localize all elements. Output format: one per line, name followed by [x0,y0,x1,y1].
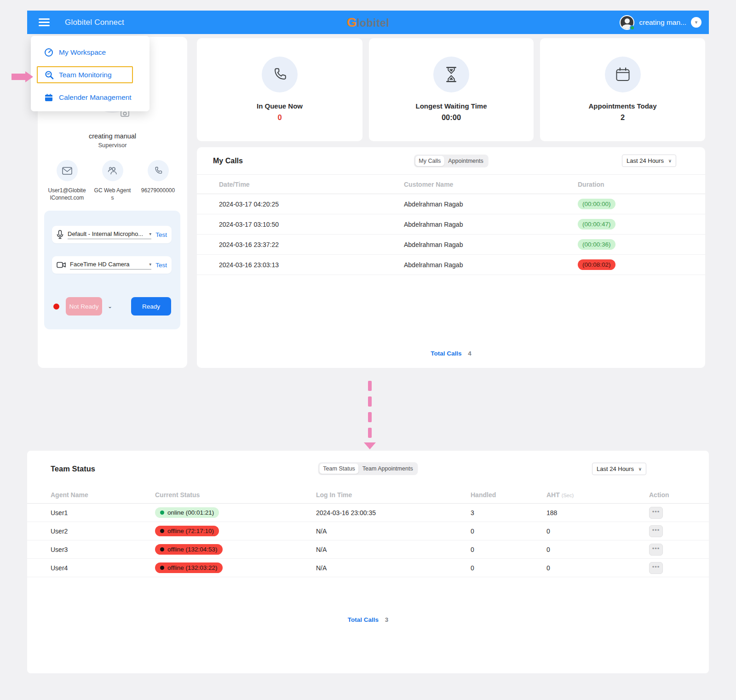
presence-dot [630,25,635,30]
tab-team-appointments[interactable]: Team Appointments [359,464,417,474]
cell-login: N/A [316,528,471,535]
queue-value: GC Web Agents [93,187,132,201]
annotation-arrow-right [12,71,33,82]
menu-item-my-workspace[interactable]: My Workspace [44,48,106,57]
cell-login: 2024-03-16 23:00:35 [316,509,471,516]
contact-email: User1@GlobitelConnect.com [48,160,86,201]
stat-card-longest-wait: Longest Waiting Time 00:00 [369,38,534,141]
microphone-test-link[interactable]: Test [155,231,167,238]
camera-test-link[interactable]: Test [155,262,167,269]
my-calls-range-select[interactable]: Last 24 Hours ∨ [622,155,676,167]
hamburger-menu-icon[interactable] [39,17,50,28]
col-current-status: Current Status [155,491,316,499]
cell-aht: 188 [546,509,649,516]
my-calls-table: 2024-03-17 04:20:25 Abdelrahman Ragab (0… [197,194,705,275]
my-calls-header: My Calls My Calls Appointments Last 24 H… [197,147,705,175]
table-row: User1 online (00:01:21) 2024-03-16 23:00… [27,504,709,522]
not-ready-button[interactable]: Not Ready [66,297,102,316]
row-actions-button[interactable]: ••• [649,544,663,556]
stat-value: 00:00 [442,113,461,122]
total-calls-value: 4 [468,350,472,357]
stat-card-appointments: Appointments Today 2 [540,38,705,141]
status-badge: online (00:01:21) [155,507,219,518]
cell-customer: Abdelrahman Ragab [404,221,578,228]
status-badge: offline (72:17:10) [155,526,219,536]
microphone-select-bar: Default - Internal Micropho... ▾ Test [52,226,172,243]
menu-item-calendar-management[interactable]: Calender Management [44,93,132,102]
user-menu: creating man... ▾ [620,11,702,34]
col-customer-name: Customer Name [404,181,578,188]
my-calls-column-headers: Date/Time Customer Name Duration [197,175,705,194]
range-value: Last 24 Hours [597,465,634,472]
calendar-icon [605,57,641,92]
readiness-controls: Not Ready ⌄ Ready [44,297,180,316]
camera-select-value: FaceTime HD Camera [70,261,130,268]
tab-my-calls[interactable]: My Calls [415,156,444,166]
tab-appointments[interactable]: Appointments [444,156,487,166]
microphone-select[interactable]: Default - Internal Micropho... ▾ [68,230,151,239]
stat-value: 2 [621,113,625,122]
cell-datetime: 2024-03-17 04:20:25 [219,201,404,208]
camera-select-bar: FaceTime HD Camera ▾ Test [52,256,172,274]
not-ready-chevron-icon[interactable]: ⌄ [108,303,112,310]
total-calls-label: Total Calls [348,616,379,623]
row-actions-button[interactable]: ••• [649,507,663,519]
menu-label: My Workspace [59,48,106,57]
monitoring-search-icon [45,70,54,80]
tab-team-status[interactable]: Team Status [319,464,358,474]
duration-badge: (00:00:00) [578,199,615,209]
avatar[interactable] [620,15,634,30]
camera-select[interactable]: FaceTime HD Camera ▾ [70,261,151,270]
team-status-range-select[interactable]: Last 24 Hours ∨ [592,463,646,475]
chevron-down-icon: ∨ [638,466,642,471]
range-value: Last 24 Hours [627,157,664,164]
duration-badge: (00:00:36) [578,239,615,250]
chevron-down-icon: ▾ [149,231,151,236]
team-status-column-headers: Agent Name Current Status Log In Time Ha… [27,487,709,504]
team-status-title: Team Status [51,465,95,473]
menu-label: Calender Management [59,93,132,102]
my-calls-title: My Calls [213,157,243,165]
total-calls-label: Total Calls [431,350,461,357]
cell-customer: Abdelrahman Ragab [404,241,578,248]
col-agent-name: Agent Name [51,491,155,499]
status-badge: offline (132:04:53) [155,544,223,555]
cell-agent: User4 [51,564,155,572]
team-status-table: User1 online (00:01:21) 2024-03-16 23:00… [27,504,709,577]
cell-handled: 0 [471,528,546,535]
cell-agent: User3 [51,546,155,553]
cell-aht: 0 [546,564,649,572]
team-status-tab-group: Team Status Team Appointments [318,462,418,475]
cell-agent: User1 [51,509,155,516]
table-row: User2 offline (72:17:10) N/A 0 0 ••• [27,522,709,540]
queue-phone-icon [262,57,298,92]
col-action: Action [649,491,686,499]
app-title: Globitel Connect [65,18,124,27]
table-row: User4 offline (132:03:22) N/A 0 0 ••• [27,559,709,577]
not-ready-status-dot [53,304,59,310]
contact-info-row: User1@GlobitelConnect.com GC Web Agents … [38,160,187,201]
stat-label: In Queue Now [257,102,303,110]
offline-dot [160,547,164,551]
video-camera-icon [57,262,66,268]
stat-value: 0 [277,113,282,122]
globitel-logo: G lobitel [346,15,389,30]
table-row: 2024-03-17 03:10:50 Abdelrahman Ragab (0… [197,214,705,235]
stat-label: Longest Waiting Time [415,102,487,110]
row-actions-button[interactable]: ••• [649,562,663,574]
col-date-time: Date/Time [219,181,404,188]
stat-card-in-queue: In Queue Now 0 [197,38,362,141]
cell-aht: 0 [546,546,649,553]
col-aht-unit: (Sec) [562,493,574,498]
duration-badge: (00:00:47) [578,219,615,230]
ready-button[interactable]: Ready [131,297,171,316]
status-badge: offline (132:03:22) [155,562,223,573]
menu-item-team-monitoring[interactable]: Team Monitoring [37,66,133,83]
row-actions-button[interactable]: ••• [649,525,663,537]
user-dropdown-button[interactable]: ▾ [691,17,702,28]
logo-wordmark: lobitel [356,17,389,29]
hourglass-icon [433,57,469,92]
duration-badge: (00:08:02) [578,259,615,270]
cell-handled: 0 [471,546,546,553]
my-calls-total: Total Calls 4 [197,350,705,357]
